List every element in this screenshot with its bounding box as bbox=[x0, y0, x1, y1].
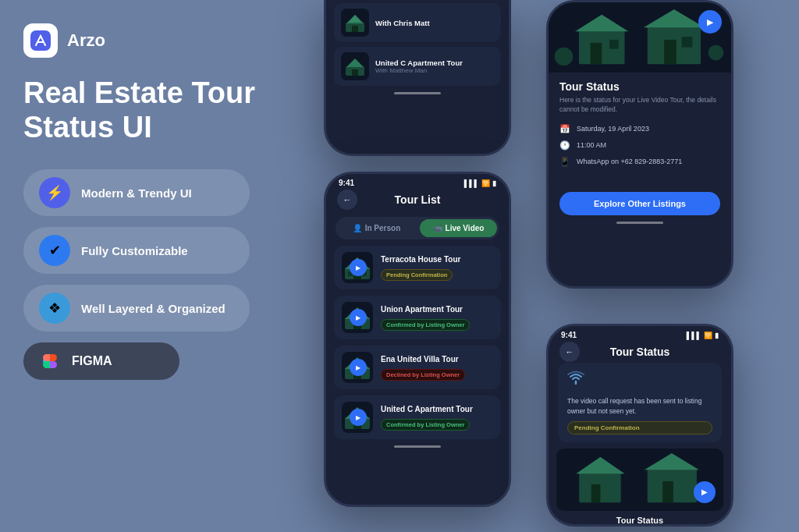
headline: Real Estate Tour Status UI bbox=[23, 76, 289, 144]
home-indicator bbox=[616, 222, 663, 224]
phone-top-center: With Chris Matt United C Apartment Tour … bbox=[324, 0, 511, 156]
wifi-icon bbox=[567, 371, 712, 388]
page-title: Tour List bbox=[395, 193, 441, 206]
bottom-section-title: Tour Status bbox=[549, 511, 731, 527]
house-illustration: ▶ bbox=[556, 449, 723, 511]
back-button[interactable]: ← bbox=[337, 190, 357, 210]
feature-layered: ❖ Well Layered & Organized bbox=[23, 285, 250, 332]
tab-in-person[interactable]: 👤 In Person bbox=[338, 219, 415, 237]
nav-header: ← Tour List bbox=[326, 189, 509, 211]
calendar-icon: 📅 bbox=[559, 124, 570, 134]
list-item: ▶ Ena United Villa Tour Declined by List… bbox=[334, 346, 501, 389]
nav-header: ← Tour Status bbox=[549, 341, 731, 363]
logo-icon bbox=[23, 23, 58, 58]
svg-marker-7 bbox=[346, 59, 364, 67]
play-button[interactable]: ▶ bbox=[698, 10, 722, 34]
hero-image: ▶ bbox=[549, 2, 731, 73]
left-panel: Arzo Real Estate Tour Status UI ⚡ Modern… bbox=[23, 23, 289, 380]
phone-bottom-right: 9:41 ▌▌▌ 🛜 ▮ ← Tour Status The video cal… bbox=[546, 324, 733, 527]
svg-rect-8 bbox=[352, 69, 358, 76]
tour-thumbnail: ▶ bbox=[342, 352, 373, 383]
customizable-icon: ✔ bbox=[39, 235, 70, 266]
wifi-signal-icon bbox=[567, 371, 584, 385]
list-item: With Chris Matt bbox=[334, 3, 501, 42]
tour-info: United C Apartment Tour Confirmed by Lis… bbox=[381, 405, 493, 431]
person-icon: 👤 bbox=[353, 224, 362, 232]
svg-rect-27 bbox=[591, 43, 602, 64]
tour-info: With Chris Matt bbox=[375, 19, 430, 27]
play-button[interactable]: ▶ bbox=[350, 359, 367, 376]
date-row: 📅 Saturday, 19 April 2023 bbox=[559, 124, 720, 134]
tour-info: United C Apartment Tour With Matthew Man bbox=[375, 59, 463, 74]
svg-rect-31 bbox=[664, 40, 676, 64]
status-bar: 9:41 ▌▌▌ 🛜 ▮ bbox=[549, 326, 731, 341]
explore-listings-button[interactable]: Explore Other Listings bbox=[559, 192, 720, 215]
svg-point-34 bbox=[708, 45, 724, 61]
house-icon bbox=[344, 12, 366, 34]
video-call-message: The video call request has been sent to … bbox=[567, 396, 712, 417]
svg-rect-41 bbox=[662, 481, 673, 502]
play-button[interactable]: ▶ bbox=[350, 409, 367, 426]
play-button[interactable]: ▶ bbox=[350, 259, 367, 276]
time-row: 🕐 11:00 AM bbox=[559, 140, 720, 151]
status-badge: Declined by Listing Owner bbox=[381, 369, 465, 381]
modern-icon: ⚡ bbox=[39, 177, 70, 208]
tour-status-section: Tour Status Here is the status for your … bbox=[549, 73, 731, 181]
whatsapp-row: 📱 WhatsApp on +62 829-2883-2771 bbox=[559, 157, 720, 167]
status-icons: ▌▌▌ 🛜 ▮ bbox=[464, 179, 496, 187]
logo-row: Arzo bbox=[23, 23, 289, 58]
tour-info: Union Apartment Tour Confirmed by Listin… bbox=[381, 305, 493, 331]
status-bar: 9:41 ▌▌▌ 🛜 ▮ bbox=[326, 174, 509, 189]
arzo-logo-icon bbox=[30, 30, 51, 51]
status-badge: Pending Confirmation bbox=[567, 421, 712, 434]
phone-top-right: ▶ Tour Status Here is the status for you… bbox=[546, 0, 733, 289]
tour-thumbnail: ▶ bbox=[342, 252, 373, 283]
svg-rect-32 bbox=[682, 37, 693, 48]
play-button[interactable]: ▶ bbox=[350, 309, 367, 326]
figma-row: FIGMA bbox=[23, 342, 179, 380]
tour-thumbnail bbox=[341, 52, 369, 80]
svg-marker-5 bbox=[349, 15, 361, 22]
figma-label: FIGMA bbox=[72, 354, 112, 368]
back-button[interactable]: ← bbox=[559, 342, 580, 362]
feature-modern: ⚡ Modern & Trendy UI bbox=[23, 169, 250, 216]
home-indicator bbox=[394, 92, 441, 94]
tour-thumbnail: ▶ bbox=[342, 302, 373, 333]
status-icons: ▌▌▌ 🛜 ▮ bbox=[687, 332, 719, 339]
status-badge: Confirmed by Listing Owner bbox=[381, 419, 470, 431]
page-title: Tour Status bbox=[610, 346, 670, 358]
list-item: ▶ United C Apartment Tour Confirmed by L… bbox=[334, 395, 501, 439]
tour-thumbnail bbox=[341, 9, 369, 37]
video-icon: 📹 bbox=[433, 224, 442, 232]
play-button[interactable]: ▶ bbox=[694, 481, 716, 503]
status-badge: Confirmed by Listing Owner bbox=[381, 319, 470, 331]
list-item: ▶ Terracota House Tour Pending Confirmat… bbox=[334, 246, 501, 289]
svg-point-33 bbox=[555, 48, 573, 66]
phone-center-main: 9:41 ▌▌▌ 🛜 ▮ ← Tour List 👤 In Person 📹 L… bbox=[324, 172, 511, 507]
svg-rect-38 bbox=[591, 484, 601, 502]
list-item: United C Apartment Tour With Matthew Man bbox=[334, 47, 501, 86]
home-indicator bbox=[394, 445, 441, 448]
layered-icon: ❖ bbox=[39, 293, 70, 324]
feature-customizable: ✔ Fully Customizable bbox=[23, 227, 250, 274]
status-badge: Pending Confirmation bbox=[381, 269, 453, 281]
clock-icon: 🕐 bbox=[559, 140, 570, 151]
svg-rect-28 bbox=[609, 40, 619, 49]
video-call-status-box: The video call request has been sent to … bbox=[558, 363, 722, 442]
section-title: Tour Status bbox=[559, 80, 720, 93]
svg-rect-4 bbox=[352, 26, 358, 32]
tour-info: Ena United Villa Tour Declined by Listin… bbox=[381, 355, 493, 381]
tour-thumbnail: ▶ bbox=[342, 402, 373, 433]
tab-live-video[interactable]: 📹 Live Video bbox=[420, 219, 497, 237]
svg-rect-0 bbox=[30, 30, 51, 51]
toggle-tabs: 👤 In Person 📹 Live Video bbox=[336, 217, 499, 239]
section-subtitle: Here is the status for your Live Video T… bbox=[559, 96, 720, 115]
brand-name: Arzo bbox=[67, 30, 105, 51]
list-item: ▶ Union Apartment Tour Confirmed by List… bbox=[334, 296, 501, 339]
figma-icon bbox=[39, 350, 61, 372]
phone-icon: 📱 bbox=[559, 157, 570, 167]
house-icon bbox=[344, 55, 366, 77]
tour-info: Terracota House Tour Pending Confirmatio… bbox=[381, 255, 493, 281]
